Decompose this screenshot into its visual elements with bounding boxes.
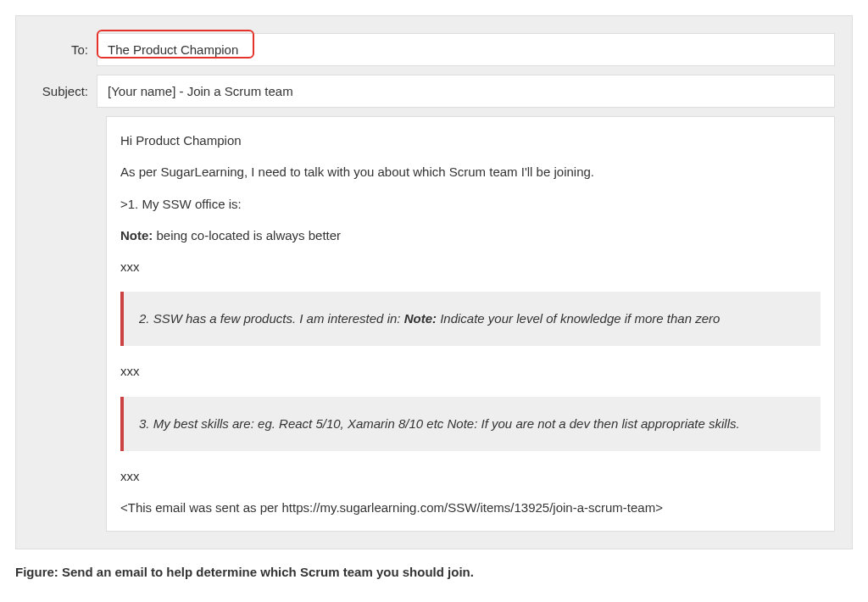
email-body[interactable]: Hi Product Champion As per SugarLearning… [106,116,835,532]
placeholder-2: xxx [120,361,821,381]
intro-line: As per SugarLearning, I need to talk wit… [120,162,821,181]
to-field[interactable]: The Product Champion [97,33,835,66]
quote-1: 2. SSW has a few products. I am interest… [120,292,821,346]
to-value: The Product Champion [108,42,238,57]
note-1-text: being co-located is always better [153,228,341,242]
subject-value: [Your name] - Join a Scrum team [108,84,293,98]
greeting: Hi Product Champion [120,131,821,150]
quote-2: 3. My best skills are: eg. React 5/10, X… [120,397,821,451]
to-label: To: [16,42,97,57]
subject-label: Subject: [16,84,97,98]
footer-line: <This email was sent as per https://my.s… [120,498,821,517]
placeholder-1: xxx [120,257,821,276]
note-label: Note: [120,228,153,242]
figure-caption: Figure: Send an email to help determine … [15,565,853,579]
email-container: To: The Product Champion Subject: [Your … [15,15,853,549]
to-row: To: The Product Champion [16,33,852,66]
subject-field[interactable]: [Your name] - Join a Scrum team [97,75,835,108]
quote-1-note-text: Indicate your level of knowledge if more… [437,311,720,326]
note-1: Note: being co-located is always better [120,226,821,245]
quote-1-main: 2. SSW has a few products. I am interest… [139,311,404,326]
line-1: >1. My SSW office is: [120,194,821,214]
quote-2-text: 3. My best skills are: eg. React 5/10, X… [139,416,740,431]
subject-row: Subject: [Your name] - Join a Scrum team [16,75,852,108]
quote-1-note-label: Note: [404,311,437,326]
placeholder-3: xxx [120,466,821,486]
